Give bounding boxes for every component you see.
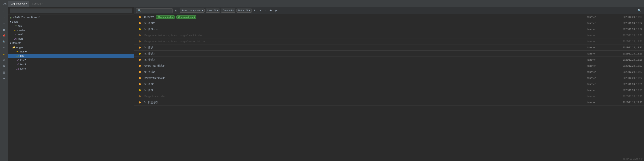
edit-btn[interactable]: ✏ [1, 45, 7, 51]
tree-origin-test3[interactable]: ⎇ test3 [8, 62, 134, 66]
pin-btn[interactable]: 📌 [1, 33, 7, 38]
down-btn[interactable]: ↓ [1, 82, 7, 88]
commit-date: 2023/12/24, 18:32 [598, 22, 642, 24]
more-btn[interactable]: 🔍 [636, 8, 642, 12]
nav-forward-btn[interactable]: › [1, 15, 7, 20]
refresh-btn[interactable]: ↻ [253, 8, 258, 12]
tree-origin-header[interactable]: 📁 origin [8, 45, 134, 50]
sort-commits-btn[interactable]: ↕ [263, 8, 267, 12]
log-search-input[interactable] [136, 8, 173, 13]
commit-date: 2023/12/24, 18:20 [598, 89, 642, 92]
commit-date: 2023/12/24, 18:31 [598, 34, 642, 37]
globe-btn[interactable]: ⊕ [1, 57, 7, 63]
commit-date: 2023/12/24, ??:?? [598, 101, 642, 104]
user-filter-chevron: ▾ [217, 9, 218, 12]
commit-row[interactable]: fix: 测试2fanzhen2023/12/24, 18:32 [134, 20, 644, 26]
star-btn[interactable]: ★ [1, 51, 7, 57]
tree-local-header[interactable]: ▾ Local [8, 20, 134, 24]
commit-row[interactable]: Merge remote-tracking branch 'origin/dev… [134, 32, 644, 38]
commit-date: 2023/12/24, 18:23 [598, 64, 642, 67]
commit-tag-badge: 🏷 origin & dev [156, 16, 175, 19]
local-label: Local [12, 20, 132, 23]
branch-panel: ◉ HEAD (Current Branch) ▾ Local ⎇ dev ★ … [8, 7, 134, 161]
commit-graph-col [136, 34, 144, 36]
sort-btn[interactable]: ≡ [1, 76, 7, 81]
commit-row[interactable]: Revert "fix: 测试1"fanzhen2023/12/24, 18:2… [134, 75, 644, 81]
search-btn[interactable]: 🔍 [1, 39, 7, 45]
origin-label: origin [16, 46, 132, 49]
tab-log[interactable]: Log: origin/dev [8, 0, 29, 7]
commit-author: fanzhen [561, 40, 598, 43]
commit-date: 2023/12/24, 18:31 [598, 46, 642, 49]
tree-remote-header[interactable]: ▾ Remote [8, 41, 134, 45]
tree-origin-test2[interactable]: ⎇ test2 [8, 58, 134, 62]
tree-local-dev[interactable]: ⎇ dev [8, 24, 134, 28]
branch-test2-icon: ⎇ [14, 33, 17, 36]
commit-message-text: revert: "fix: 测试2" [144, 64, 165, 68]
date-filter-pill[interactable]: Date: All ▾ [221, 8, 235, 12]
log-panel: ⚙ Branch: origin/dev ▾ User: All ▾ Date:… [134, 7, 644, 161]
origin-folder-icon: 📁 [12, 46, 15, 49]
nav-back-btn[interactable]: ‹ [1, 8, 7, 14]
tree-origin-master[interactable]: ★ master [8, 50, 134, 54]
commit-dot [139, 34, 141, 36]
tree-local-test5[interactable]: ⎇ test5 [8, 36, 134, 41]
commit-row[interactable]: fix: 日志修改fanzhen2023/12/24, ??:?? [134, 100, 644, 106]
commit-message-text: fix: 日志修改 [144, 100, 158, 104]
commit-row[interactable]: 解决冲突🏷 origin & dev🏷 origin & test5fanzhe… [134, 14, 644, 20]
bookmark-btn[interactable]: ⊳ [274, 8, 278, 12]
add-btn[interactable]: + [1, 21, 7, 26]
settings-toolbar-btn[interactable]: ⚙ [174, 8, 178, 12]
commit-dot [139, 77, 141, 79]
commit-row[interactable]: fix: 测试fanzhen2023/12/24, 18:20 [134, 87, 644, 93]
commit-row[interactable]: fix: 测试fanzhen2023/12/24, 18:31 [134, 44, 644, 50]
commit-row[interactable]: fix: 测试soutfanzhen2023/12/24, 18:32 [134, 26, 644, 32]
commit-graph-col [136, 65, 144, 67]
tree-origin-dev[interactable]: ⎇ dev [8, 54, 134, 58]
commit-date: 2023/12/24, 18:21 [598, 83, 642, 86]
tree-local-master[interactable]: ★ master [8, 28, 134, 32]
commit-list: 解决冲突🏷 origin & dev🏷 origin & test5fanzhe… [134, 14, 644, 161]
prev-btn[interactable]: ◂ [258, 8, 262, 12]
tree-origin-test5[interactable]: ⎇ test5 [8, 66, 134, 71]
commit-message-text: fix: 测试 [144, 46, 153, 50]
commit-author: fanzhen [561, 70, 598, 74]
tab-console-label: Console [32, 2, 41, 5]
commit-message: fix: 测试2 [144, 21, 520, 25]
commit-author: fanzhen [561, 46, 598, 49]
commit-dot [139, 95, 141, 97]
commit-row[interactable]: Merge remote-tracking branch 'origin/mas… [134, 38, 644, 44]
tree-local-test2[interactable]: ⎇ test2 [8, 32, 134, 36]
origin-test3-label: test3 [20, 63, 132, 66]
commit-row[interactable]: fix: 测试1fanzhen2023/12/24, 18:21 [134, 81, 644, 87]
branch-tree: ◉ HEAD (Current Branch) ▾ Local ⎇ dev ★ … [8, 14, 134, 161]
log-view-btn[interactable]: ▤ [1, 70, 7, 75]
branch-filter-pill[interactable]: Branch: origin/dev ▾ [180, 8, 204, 12]
commit-row[interactable]: Merge branch 'dev'fanzhen2023/12/24, 18:… [134, 93, 644, 100]
remote-label: Remote [12, 42, 132, 44]
origin-branch-test2-icon: ⎇ [16, 59, 19, 62]
tab-console-close[interactable]: ✕ [42, 2, 44, 5]
commit-message: fix: 日志修改 [144, 100, 520, 104]
tab-log-label: Log: origin/dev [11, 2, 27, 5]
local-test5-label: test5 [18, 37, 132, 40]
paths-filter-pill[interactable]: Paths: All ▾ [236, 8, 252, 12]
commit-graph-col [136, 28, 144, 30]
settings-btn[interactable]: ⚙ [1, 64, 7, 69]
commit-row[interactable]: revert: "fix: 测试2"fanzhen2023/12/24, 18:… [134, 63, 644, 69]
tree-head[interactable]: ◉ HEAD (Current Branch) [8, 15, 134, 20]
commit-message: Merge remote-tracking branch 'origin/dev… [144, 34, 520, 37]
user-filter-pill[interactable]: User: All ▾ [206, 8, 220, 12]
tab-console[interactable]: Console ✕ [30, 0, 46, 7]
branch-search-input[interactable] [10, 8, 132, 13]
commit-row[interactable]: fix: 测试3fanzhen2023/12/24, 18:26 [134, 50, 644, 57]
commit-row[interactable]: fix: 测试2fanzhen2023/12/24, 18:23 [134, 69, 644, 75]
commit-graph-col [136, 16, 144, 18]
commit-row[interactable]: fix: 测试3fanzhen2023/12/24, 18:26 [134, 57, 644, 63]
delete-btn[interactable]: 🗑 [1, 27, 7, 32]
commit-message-text: Merge remote-tracking branch 'origin/dev… [144, 34, 202, 37]
origin-branch-test5-icon: ⎇ [16, 67, 19, 70]
view-btn[interactable]: 👁 [268, 8, 273, 12]
paths-filter-label: Paths: All [238, 9, 248, 12]
commit-author: fanzhen [561, 64, 598, 67]
